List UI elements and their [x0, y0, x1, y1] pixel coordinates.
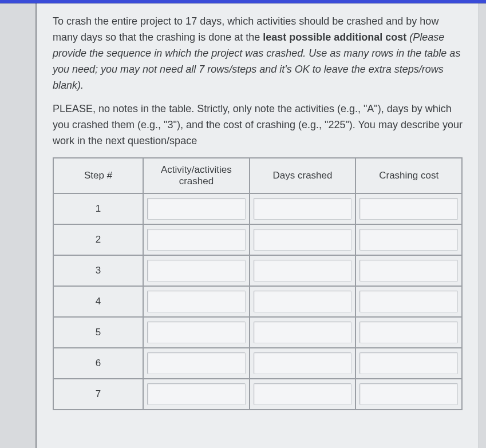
document-page: To crash the entire project to 17 days, … [35, 3, 479, 448]
table-header-row: Step # Activity/activities crashed Days … [53, 158, 462, 193]
activity-cell [143, 193, 250, 224]
table-body: 1234567 [53, 193, 462, 410]
step-number-cell: 5 [53, 317, 143, 348]
activity-cell [143, 348, 250, 379]
days-cell [250, 348, 356, 379]
cost-input[interactable] [359, 322, 458, 343]
table-row: 2 [53, 224, 462, 255]
question-paragraph-1: To crash the entire project to 17 days, … [53, 14, 463, 93]
question-paragraph-2: PLEASE, no notes in the table. Strictly,… [53, 101, 463, 149]
table-row: 1 [53, 193, 462, 224]
activity-input[interactable] [147, 229, 246, 251]
cost-cell [355, 193, 462, 224]
cost-input[interactable] [359, 352, 458, 374]
days-input[interactable] [254, 260, 352, 282]
step-number-cell: 2 [53, 224, 143, 255]
activity-cell [143, 317, 250, 348]
activity-input[interactable] [147, 260, 246, 282]
days-input[interactable] [254, 383, 352, 405]
days-cell [250, 224, 356, 255]
days-cell [250, 255, 356, 286]
activity-cell [143, 379, 250, 410]
days-cell [250, 286, 356, 317]
crash-table: Step # Activity/activities crashed Days … [53, 157, 463, 410]
table-row: 7 [53, 379, 462, 410]
step-number-cell: 1 [53, 193, 143, 224]
table-row: 5 [53, 317, 462, 348]
days-cell [250, 317, 356, 348]
cost-cell [355, 317, 462, 348]
cost-input[interactable] [359, 198, 458, 220]
activity-input[interactable] [147, 198, 246, 220]
cost-input[interactable] [359, 383, 458, 405]
days-input[interactable] [254, 198, 352, 220]
cost-input[interactable] [359, 291, 458, 312]
activity-cell [143, 224, 250, 255]
cost-cell [355, 379, 462, 410]
q1-text-bold: least possible additional cost [263, 31, 406, 43]
step-number-cell: 3 [53, 255, 143, 286]
cost-cell [355, 286, 462, 317]
table-row: 3 [53, 255, 462, 286]
days-input[interactable] [254, 291, 352, 312]
days-cell [250, 193, 356, 224]
days-input[interactable] [254, 229, 352, 251]
cost-input[interactable] [359, 229, 458, 251]
col-step: Step # [53, 158, 143, 193]
table-row: 4 [53, 286, 462, 317]
activity-input[interactable] [147, 352, 246, 374]
cost-cell [355, 224, 462, 255]
cost-cell [355, 348, 462, 379]
days-input[interactable] [254, 322, 352, 343]
step-number-cell: 6 [53, 348, 143, 379]
col-cost: Crashing cost [355, 158, 462, 193]
cost-input[interactable] [359, 260, 458, 282]
step-number-cell: 4 [53, 286, 143, 317]
activity-cell [143, 255, 250, 286]
activity-input[interactable] [147, 291, 246, 312]
activity-cell [143, 286, 250, 317]
activity-input[interactable] [147, 322, 246, 343]
activity-input[interactable] [147, 383, 246, 405]
table-row: 6 [53, 348, 462, 379]
step-number-cell: 7 [53, 379, 143, 410]
viewport: To crash the entire project to 17 days, … [0, 0, 486, 448]
days-cell [250, 379, 356, 410]
col-activity: Activity/activities crashed [143, 158, 250, 193]
cost-cell [355, 255, 462, 286]
days-input[interactable] [254, 352, 352, 374]
col-days: Days crashed [250, 158, 356, 193]
